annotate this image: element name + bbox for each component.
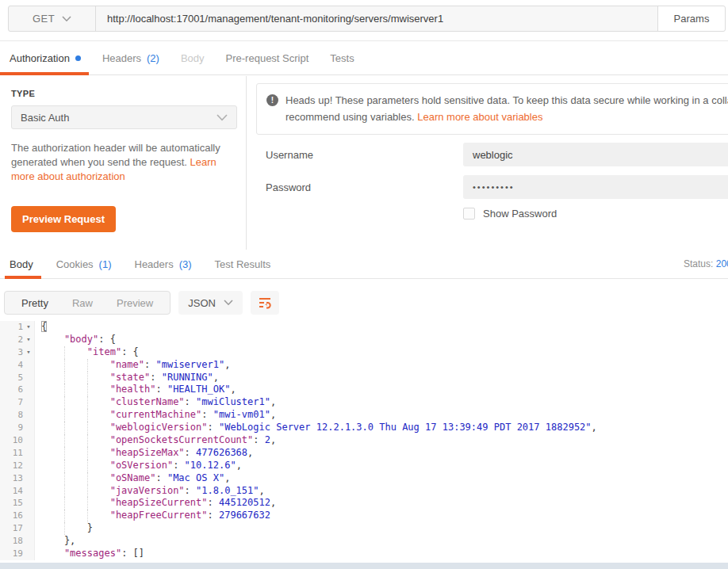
tab-label: Headers [102,52,141,64]
gutter: 17 [0,522,35,535]
view-mode-pretty[interactable]: Pretty [10,292,60,314]
username-input[interactable]: weblogic [463,143,728,166]
indent-guide [64,522,87,535]
indent-guide [87,472,110,485]
json-key: "name" [110,359,144,370]
json-number-value: 2 [265,434,270,445]
line-number: 4 [0,359,23,372]
json-punctuation: : { [98,334,116,345]
response-body-viewer[interactable]: 1▾{2▾"body": {3▾"item": {4"name": "mwise… [0,319,728,563]
tab-test-results[interactable]: Test Results [215,258,271,270]
line-number: 7 [0,396,23,409]
indent-guide [87,422,110,434]
auth-note: The authorization header will be automat… [11,141,241,185]
indent-guide [87,497,110,510]
show-password-checkbox[interactable] [463,208,475,220]
indent-guide [64,359,87,372]
response-toolbar: Pretty Raw Preview JSON [4,291,279,315]
postman-app: { "request": { "method": "GET", "url": "… [0,0,728,569]
gutter: 15 [0,497,35,510]
json-punctuation: , [270,396,276,407]
indent-space [41,535,64,548]
horizontal-scrollbar[interactable] [0,563,728,569]
line-number: 6 [0,384,23,396]
tab-count: (2) [147,52,159,64]
request-editor: TYPE Basic Auth The authorization header… [0,76,728,250]
auth-type-panel: TYPE Basic Auth The authorization header… [0,76,247,250]
tab-label: Test Results [215,258,271,270]
indent-space [41,548,64,560]
line-number: 8 [0,409,23,422]
json-punctuation: , [270,409,276,420]
line-number: 19 [0,548,23,560]
gutter: 10 [0,434,35,447]
indent-space [41,434,64,447]
json-string-value: "HEALTH_OK" [167,384,230,395]
url-value: http://localhost:17001/management/tenant… [107,13,443,25]
gutter: 19 [0,548,35,560]
indent-space [41,372,64,384]
indent-space [41,396,64,409]
json-punctuation: : [185,447,196,458]
request-bar: GET http://localhost:17001/management/te… [8,6,726,32]
json-key: "item" [87,346,121,357]
tab-response-headers[interactable]: Headers (3) [135,258,192,270]
fold-arrow-icon[interactable]: ▾ [23,321,34,334]
format-select[interactable]: JSON [178,291,243,315]
json-punctuation: , [592,422,597,433]
tab-label: Pre-request Script [226,52,309,64]
indent-guide [87,409,110,422]
auth-type-value: Basic Auth [21,112,69,124]
indent-guide [87,434,110,447]
indent-space [41,346,64,359]
gutter: 18 [0,535,35,548]
preview-request-button[interactable]: Preview Request [11,206,116,232]
json-punctuation: : { [121,346,139,357]
tab-tests[interactable]: Tests [330,52,354,64]
json-punctuation: : [173,460,184,471]
json-key: "state" [110,372,151,383]
tab-headers[interactable]: Headers (2) [102,52,159,64]
modified-dot [75,55,81,61]
indent-space [41,460,64,472]
url-input[interactable]: http://localhost:17001/management/tenant… [96,6,657,31]
variables-learn-more-link[interactable]: Learn more about variables [417,111,542,123]
fold-arrow-icon[interactable]: ▾ [23,346,34,359]
params-button[interactable]: Params [657,6,725,31]
tab-count: (1) [99,258,112,270]
code-line: 11"heapSizeMax": 477626368, [0,447,728,460]
view-mode-raw[interactable]: Raw [60,292,105,314]
gutter: 12 [0,460,35,472]
username-row: Username weblogic [266,143,728,166]
method-label: GET [33,13,55,25]
tab-response-body[interactable]: Body [10,258,33,270]
auth-type-select[interactable]: Basic Auth [11,105,237,129]
indent-guide [64,447,87,460]
fold-arrow-icon[interactable]: ▾ [23,334,34,346]
method-select[interactable]: GET [9,6,96,31]
status-label: Status: [684,258,713,269]
json-string-value: "1.8.0_151" [196,485,259,496]
tab-authorization[interactable]: Authorization [10,52,81,64]
line-number: 3 [0,346,23,359]
line-number: 12 [0,460,23,472]
password-row: Password ••••••••• [266,175,728,199]
indent-guide [64,409,87,422]
code-text: "javaVersion": "1.8.0_151", [35,485,265,498]
tab-pre-request-script[interactable]: Pre-request Script [226,52,309,64]
code-text: }, [35,535,75,548]
password-input[interactable]: ••••••••• [463,175,728,199]
line-number: 9 [0,422,23,434]
tab-body[interactable]: Body [181,52,205,64]
indent-space [41,485,64,498]
auth-details-panel: ! Heads up! These parameters hold sensit… [247,76,728,250]
json-key: "weblogicVersion" [110,422,208,433]
gutter: 6 [0,384,35,396]
indent-guide [87,396,110,409]
indent-guide [64,422,87,434]
word-wrap-button[interactable] [251,291,279,315]
code-line: 16"heapFreeCurrent": 279667632 [0,510,728,522]
view-mode-preview[interactable]: Preview [105,292,165,314]
code-line: 3▾"item": { [0,346,728,359]
tab-cookies[interactable]: Cookies (1) [56,258,112,270]
